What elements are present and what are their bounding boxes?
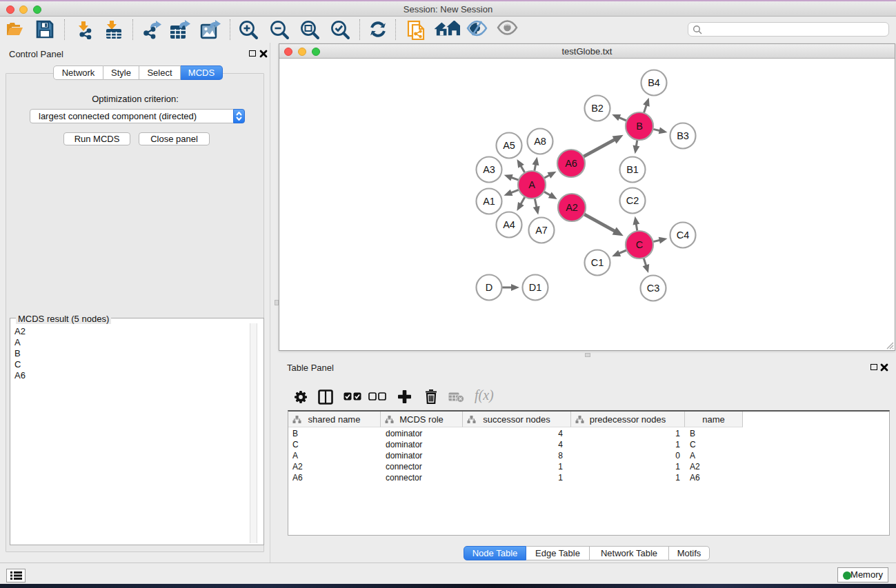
svg-text:B2: B2	[591, 103, 604, 114]
svg-text:A4: A4	[503, 219, 515, 230]
svg-text:C: C	[636, 239, 643, 250]
svg-text:D: D	[486, 282, 492, 293]
svg-text:A8: A8	[534, 136, 546, 147]
svg-text:A7: A7	[535, 225, 548, 236]
svg-text:B3: B3	[677, 130, 689, 141]
svg-text:C3: C3	[647, 283, 660, 294]
svg-text:D1: D1	[529, 282, 542, 293]
svg-text:B1: B1	[626, 164, 639, 175]
svg-text:C1: C1	[591, 257, 604, 268]
svg-text:B4: B4	[648, 77, 660, 88]
svg-text:A6: A6	[565, 158, 577, 169]
svg-text:A5: A5	[503, 140, 515, 151]
svg-text:C2: C2	[626, 195, 639, 206]
svg-text:B: B	[636, 121, 643, 132]
svg-text:A3: A3	[483, 164, 495, 175]
svg-text:C4: C4	[677, 230, 690, 241]
svg-text:A1: A1	[483, 196, 495, 207]
svg-text:A: A	[528, 179, 535, 190]
svg-text:A2: A2	[566, 202, 578, 213]
